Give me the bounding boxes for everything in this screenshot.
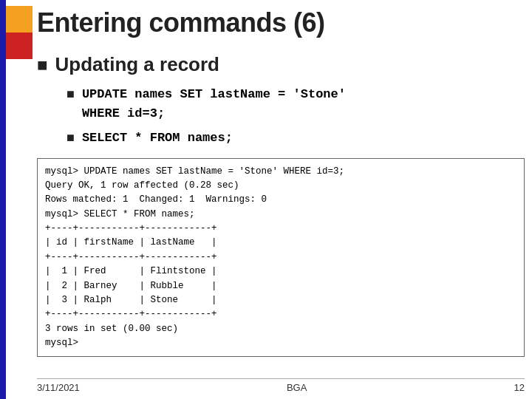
code-block-inline-1: UPDATE names SET lastName = 'Stone' WHER… bbox=[82, 85, 346, 123]
sub-bullet-2: ■ bbox=[66, 130, 75, 146]
top-squares bbox=[6, 6, 33, 59]
list-item: ■ SELECT * FROM names; bbox=[66, 129, 525, 148]
section-heading-text: Updating a record bbox=[55, 53, 219, 76]
code-line-1a: UPDATE names SET lastName = 'Stone' bbox=[82, 87, 346, 101]
footer: 3/11/2021 BGA 12 bbox=[37, 378, 525, 393]
sub-bullet-1: ■ bbox=[66, 86, 75, 102]
sub-items-list: ■ UPDATE names SET lastName = 'Stone' WH… bbox=[66, 85, 525, 148]
section-bullet: ■ bbox=[37, 55, 48, 76]
code-line-2: SELECT * FROM names; bbox=[82, 129, 233, 148]
left-accent-bar bbox=[0, 0, 6, 399]
footer-center: BGA bbox=[287, 382, 307, 393]
orange-square bbox=[6, 6, 33, 33]
footer-date: 3/11/2021 bbox=[37, 382, 80, 393]
red-square bbox=[6, 33, 33, 59]
footer-page: 12 bbox=[514, 382, 525, 393]
page-title: Entering commands (6) bbox=[37, 7, 525, 38]
main-content: Entering commands (6) ■ Updating a recor… bbox=[37, 7, 525, 392]
terminal-output: mysql> UPDATE names SET lastName = 'Ston… bbox=[37, 158, 525, 358]
code-line-1b: WHERE id=3; bbox=[82, 106, 165, 120]
section-heading: ■ Updating a record bbox=[37, 53, 525, 76]
list-item: ■ UPDATE names SET lastName = 'Stone' WH… bbox=[66, 85, 525, 123]
